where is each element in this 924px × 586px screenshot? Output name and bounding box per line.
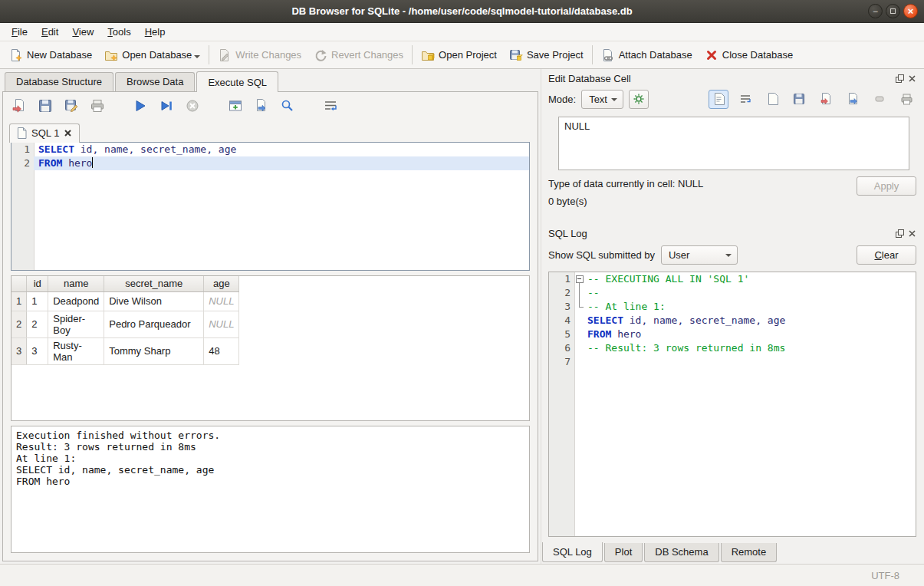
tab-browse-data[interactable]: Browse Data (115, 72, 195, 91)
column-header-secret-name[interactable]: secret_name (104, 276, 204, 291)
table-cell[interactable]: Deadpond (48, 291, 104, 311)
save-cell-data-icon[interactable] (789, 90, 809, 109)
column-header-name[interactable]: name (48, 276, 104, 291)
code-line[interactable]: 1-- EXECUTING ALL IN 'SQL 1' (549, 272, 916, 286)
import-cell-data-icon[interactable] (816, 90, 836, 109)
table-cell[interactable]: NULL (204, 311, 239, 337)
save-project-label: Save Project (527, 49, 584, 61)
code-line[interactable]: 5FROM hero (549, 328, 916, 341)
close-panel-icon[interactable] (908, 74, 916, 83)
cell-edit-icons (709, 90, 916, 109)
code-line[interactable]: 6-- Result: 3 rows returned in 8ms (549, 341, 916, 355)
new-database-button[interactable]: New Database (3, 41, 98, 68)
row-number[interactable]: 3 (12, 337, 27, 364)
code-line[interactable]: 4SELECT id, name, secret_name, age (549, 314, 916, 328)
column-header-age[interactable]: age (204, 276, 239, 291)
tab-db-schema[interactable]: DB Schema (644, 543, 718, 562)
table-cell[interactable]: 2 (27, 311, 48, 337)
open-database-button[interactable]: Open Database (98, 41, 206, 68)
close-tab-icon[interactable] (64, 129, 72, 137)
save-project-button[interactable]: Save Project (503, 41, 590, 68)
save-sql-file-icon[interactable] (37, 97, 54, 114)
print-cell-icon[interactable] (896, 90, 916, 109)
table-row[interactable]: 11DeadpondDive WilsonNULL (12, 291, 239, 311)
sql-file-tab[interactable]: SQL 1 (9, 123, 80, 143)
menu-edit[interactable]: Edit (35, 24, 65, 40)
toolbar-separator (592, 45, 593, 64)
sql-editor[interactable]: 1SELECT id, name, secret_name, age2FROM … (11, 142, 530, 271)
line-number: 4 (549, 314, 574, 328)
open-in-new-tab-icon[interactable] (253, 97, 270, 114)
open-database-dropdown-icon[interactable] (194, 55, 200, 61)
code-line[interactable]: 3-- At line 1: (549, 300, 916, 314)
table-cell[interactable]: 1 (27, 291, 48, 311)
statusbar: UTF-8 (0, 564, 924, 586)
table-row[interactable]: 22Spider-BoyPedro ParqueadorNULL (12, 311, 239, 337)
apply-format-icon[interactable] (629, 90, 649, 109)
message-line: Result: 3 rows returned in 8ms (16, 441, 524, 453)
minimize-button[interactable]: − (868, 4, 883, 18)
code-line[interactable]: 2FROM hero (12, 156, 529, 170)
sql-log-view[interactable]: 1-- EXECUTING ALL IN 'SQL 1'2--3-- At li… (548, 272, 916, 537)
execute-all-icon[interactable] (132, 97, 149, 114)
tab-execute-sql[interactable]: Execute SQL (196, 71, 278, 92)
save-sql-file-as-icon[interactable] (63, 97, 80, 114)
row-number[interactable]: 1 (12, 291, 27, 311)
execute-current-line-icon[interactable] (158, 97, 175, 114)
menu-view[interactable]: View (65, 24, 100, 40)
code-line[interactable]: 7 (549, 355, 916, 369)
row-number[interactable]: 2 (12, 311, 27, 337)
find-replace-icon[interactable] (279, 97, 296, 114)
mode-select[interactable]: Text (581, 90, 623, 109)
export-cell-data-icon[interactable] (843, 90, 863, 109)
float-panel-icon[interactable] (896, 74, 904, 83)
menu-tools[interactable]: Tools (100, 24, 137, 40)
column-header-id[interactable]: id (27, 276, 48, 291)
code-text: -- Result: 3 rows returned in 8ms (585, 341, 916, 355)
open-project-button[interactable]: Open Project (415, 41, 503, 68)
table-cell[interactable]: Dive Wilson (104, 291, 204, 311)
submitter-select[interactable]: User (661, 245, 738, 265)
code-line[interactable]: 1SELECT id, name, secret_name, age (12, 143, 529, 156)
open-cell-data-icon[interactable] (762, 90, 782, 109)
code-line[interactable]: 2-- (549, 286, 916, 300)
close-database-button[interactable]: Close Database (699, 41, 800, 68)
table-row[interactable]: 33Rusty-ManTommy Sharp48 (12, 337, 239, 364)
cell-editor[interactable]: NULL (558, 117, 909, 170)
tab-database-structure[interactable]: Database Structure (5, 72, 113, 91)
tab-plot[interactable]: Plot (604, 543, 643, 562)
tab-remote[interactable]: Remote (721, 543, 778, 562)
table-cell[interactable]: Tommy Sharp (104, 337, 204, 364)
table-cell[interactable]: Pedro Parqueador (104, 311, 204, 337)
menu-file[interactable]: File (5, 24, 35, 40)
encoding-indicator[interactable]: UTF-8 (871, 570, 899, 581)
attach-database-button[interactable]: Attach Database (595, 41, 699, 68)
close-panel-icon[interactable] (908, 229, 916, 238)
tab-sql-log[interactable]: SQL Log (542, 542, 603, 562)
print-icon[interactable] (89, 97, 106, 114)
word-wrap-cell-icon[interactable] (735, 90, 755, 109)
menubar: File Edit View Tools Help (0, 23, 924, 41)
table-cell[interactable]: 48 (204, 337, 239, 364)
main-toolbar: New Database Open Database Write Changes… (0, 41, 924, 69)
table-cell[interactable]: NULL (204, 291, 239, 311)
table-cell[interactable]: Rusty-Man (48, 337, 104, 364)
table-cell[interactable]: Spider-Boy (48, 311, 104, 337)
float-panel-icon[interactable] (896, 229, 904, 238)
attach-database-icon (601, 48, 615, 62)
maximize-button[interactable] (886, 4, 900, 18)
close-window-button[interactable]: × (903, 4, 918, 18)
text-view-icon[interactable] (709, 90, 728, 109)
fold-collapse-icon[interactable] (574, 272, 585, 286)
line-number: 1 (12, 143, 34, 156)
filter-label: Show SQL submitted by (548, 249, 655, 261)
window-title: DB Browser for SQLite - /home/user/code/… (291, 5, 632, 17)
clear-log-button[interactable]: Clear (857, 245, 916, 265)
menu-help[interactable]: Help (138, 24, 173, 40)
new-tab-icon[interactable] (227, 97, 244, 114)
word-wrap-icon[interactable] (322, 97, 339, 114)
table-cell[interactable]: 3 (27, 337, 48, 364)
open-sql-file-icon[interactable] (11, 97, 28, 114)
stop-execution-icon (184, 97, 201, 114)
line-number: 2 (549, 286, 574, 300)
